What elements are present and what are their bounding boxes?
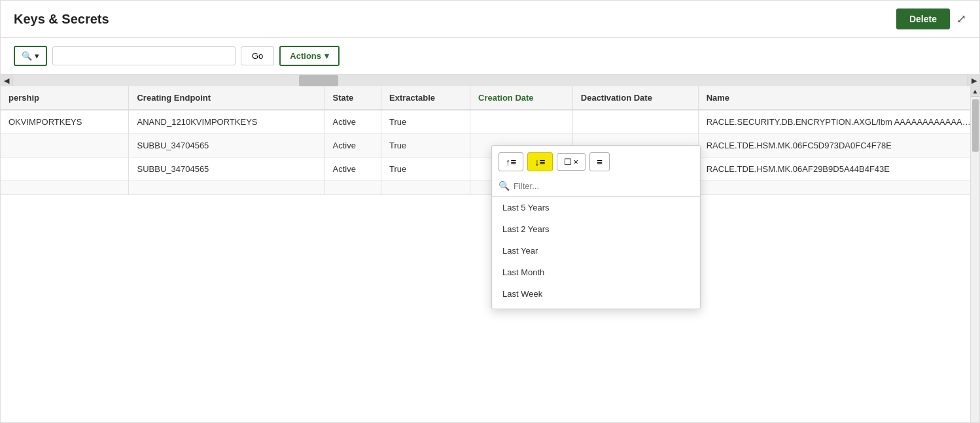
cell-creating-endpoint: SUBBU_34704565 (129, 134, 324, 158)
cell-creating-endpoint (129, 181, 324, 195)
col-header-ownership: pership (1, 86, 129, 110)
dropdown-option-lastmonth[interactable]: Last Month (492, 262, 700, 283)
cell-name (698, 181, 979, 195)
expand-button[interactable]: ⤢ (956, 12, 966, 26)
sort-desc-button[interactable]: ↓≡ (527, 152, 552, 171)
sort-lines-icon: ≡ (597, 156, 603, 167)
filter-input[interactable] (514, 181, 693, 191)
cell-ownership: OKVIMPORTKEYS (1, 110, 129, 134)
cell-ownership (1, 158, 129, 181)
cell-state: Active (324, 158, 381, 181)
table-row: SUBBU_34704565 Active True RACLE.TDE.HSM… (1, 158, 979, 181)
cell-ownership (1, 181, 129, 195)
vertical-scroll-bar[interactable]: ▲ ▼ (970, 86, 979, 422)
actions-chevron-icon: ▾ (324, 51, 329, 61)
col-header-name: Name (698, 86, 979, 110)
col-header-state: State (324, 86, 381, 110)
col-header-creating-endpoint: Creating Endpoint (129, 86, 324, 110)
scroll-right-arrow[interactable]: ▶ (968, 75, 979, 86)
dropdown-option-lastweek[interactable]: Last Week (492, 283, 700, 305)
cell-ownership (1, 134, 129, 158)
sort-clear-x: × (574, 157, 579, 167)
creation-date-dropdown: ↑≡ ↓≡ ☐ × ≡ 🔍 (491, 145, 701, 309)
search-type-button[interactable]: 🔍 ▾ (14, 46, 47, 66)
page-title: Keys & Secrets (14, 12, 109, 27)
sort-asc-button[interactable]: ↑≡ (499, 152, 523, 171)
cell-state: Active (324, 110, 381, 134)
table-container: ◀ ▶ pership Creating Endpoint (1, 75, 979, 422)
dropdown-option-last2years[interactable]: Last 2 Years (492, 218, 700, 240)
cell-extractable: True (381, 158, 470, 181)
table-scroll[interactable]: pership Creating Endpoint State Extracta… (1, 86, 979, 422)
toolbar: 🔍 ▾ Go Actions ▾ (1, 38, 979, 75)
dropdown-option-last5years[interactable]: Last 5 Years (492, 197, 700, 218)
cell-deactivation-date (572, 110, 698, 134)
cell-name: RACLE.SECURITY.DB.ENCRYPTION.AXGL/lbm AA… (698, 110, 979, 134)
search-input[interactable] (52, 46, 236, 65)
cell-state: Active (324, 134, 381, 158)
col-header-creation-date[interactable]: Creation Date (470, 86, 573, 110)
scroll-track[interactable] (12, 75, 968, 86)
sort-asc-icon: ↑≡ (506, 156, 516, 167)
sort-desc-icon: ↓≡ (534, 156, 545, 167)
scroll-left-arrow[interactable]: ◀ (1, 75, 12, 86)
scroll-thumb (299, 75, 338, 86)
cell-extractable: True (381, 134, 470, 158)
v-scroll-thumb (972, 99, 979, 152)
cell-state (324, 181, 381, 195)
cell-extractable (381, 181, 470, 195)
col-header-extractable: Extractable (381, 86, 470, 110)
header-actions: Delete ⤢ (896, 8, 966, 29)
actions-button[interactable]: Actions ▾ (279, 46, 340, 66)
cell-creation-date (470, 110, 573, 134)
table-row: SUBBU_34704565 Active True RACLE.TDE.HSM… (1, 134, 979, 158)
scroll-up-arrow[interactable]: ▲ (971, 86, 979, 97)
go-button[interactable]: Go (241, 46, 274, 65)
filter-row: 🔍 (492, 178, 700, 197)
expand-icon: ⤢ (956, 12, 966, 25)
actions-label: Actions (290, 51, 321, 61)
page-wrapper: Keys & Secrets Delete ⤢ 🔍 ▾ Go Actions ▾… (0, 0, 980, 423)
sort-buttons-row: ↑≡ ↓≡ ☐ × ≡ (492, 152, 700, 178)
sort-clear-icon: ☐ (564, 157, 572, 167)
dropdown-option-lastyear[interactable]: Last Year (492, 240, 700, 262)
search-type-chevron-icon: ▾ (35, 51, 39, 61)
page-header: Keys & Secrets Delete ⤢ (1, 1, 979, 38)
cell-name: RACLE.TDE.HSM.MK.06FC5D973DA0FC4F78E (698, 134, 979, 158)
table-row (1, 181, 979, 195)
cell-creating-endpoint: SUBBU_34704565 (129, 158, 324, 181)
delete-button[interactable]: Delete (896, 8, 950, 29)
sort-clear-button[interactable]: ☐ × (557, 153, 586, 171)
table-row: OKVIMPORTKEYS ANAND_1210KVIMPORTKEYS Act… (1, 110, 979, 134)
cell-extractable: True (381, 110, 470, 134)
horizontal-scroll-bar[interactable]: ◀ ▶ (1, 75, 979, 86)
table-header-row: pership Creating Endpoint State Extracta… (1, 86, 979, 110)
data-table: pership Creating Endpoint State Extracta… (1, 86, 979, 195)
col-header-deactivation-date: Deactivation Date (572, 86, 698, 110)
search-icon: 🔍 (22, 51, 32, 61)
cell-creating-endpoint: ANAND_1210KVIMPORTKEYS (129, 110, 324, 134)
filter-search-icon: 🔍 (499, 180, 510, 191)
sort-lines-button[interactable]: ≡ (589, 152, 610, 171)
cell-name: RACLE.TDE.HSM.MK.06AF29B9D5A44B4F43E (698, 158, 979, 181)
